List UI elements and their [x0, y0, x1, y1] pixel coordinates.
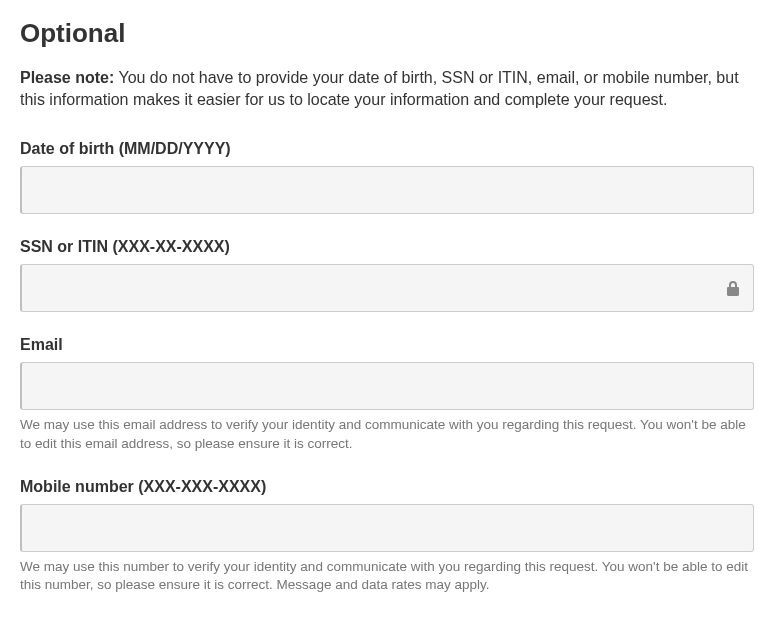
ssn-field-group: SSN or ITIN (XXX-XX-XXXX) — [20, 238, 754, 312]
dob-input[interactable] — [20, 166, 754, 214]
section-title: Optional — [20, 18, 754, 49]
mobile-field-group: Mobile number (XXX-XXX-XXXX) We may use … — [20, 478, 754, 596]
note-body: You do not have to provide your date of … — [20, 69, 739, 108]
dob-label: Date of birth (MM/DD/YYYY) — [20, 140, 754, 158]
note-prefix: Please note: — [20, 69, 114, 86]
dob-field-group: Date of birth (MM/DD/YYYY) — [20, 140, 754, 214]
email-helper: We may use this email address to verify … — [20, 416, 754, 454]
mobile-label: Mobile number (XXX-XXX-XXXX) — [20, 478, 754, 496]
mobile-input[interactable] — [20, 504, 754, 552]
email-input[interactable] — [20, 362, 754, 410]
mobile-helper: We may use this number to verify your id… — [20, 558, 754, 596]
note-text: Please note: You do not have to provide … — [20, 67, 754, 112]
email-label: Email — [20, 336, 754, 354]
ssn-input[interactable] — [20, 264, 754, 312]
ssn-label: SSN or ITIN (XXX-XX-XXXX) — [20, 238, 754, 256]
email-field-group: Email We may use this email address to v… — [20, 336, 754, 454]
